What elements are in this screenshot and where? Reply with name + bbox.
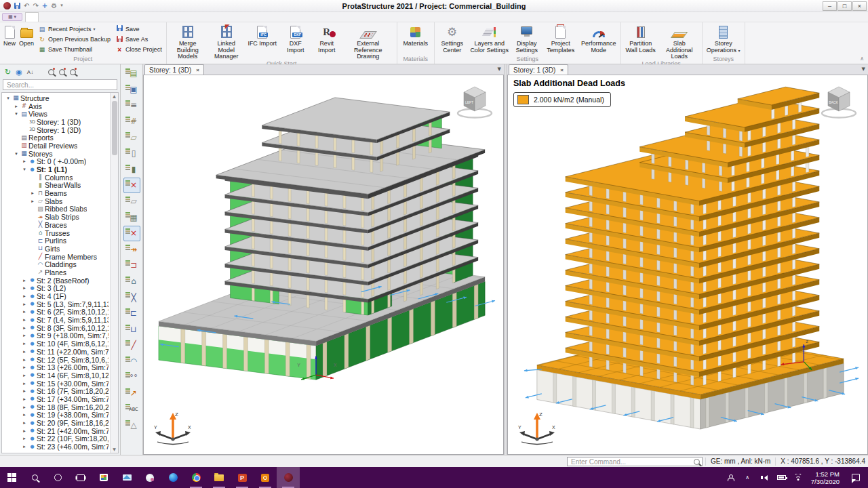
tab-close-icon[interactable]: × [560, 67, 564, 73]
layers-color-tool[interactable]: ▤ [123, 66, 140, 81]
tab-close-icon[interactable]: × [196, 67, 199, 73]
tree-item[interactable]: ▤ Reports [3, 134, 108, 142]
command-input[interactable] [570, 458, 694, 466]
new-button[interactable]: New [2, 23, 17, 56]
brace-tool[interactable]: ╳ [123, 289, 140, 305]
beam-strip-tool[interactable]: ⊐ [123, 258, 140, 273]
save-as-button[interactable]: Save As [115, 35, 162, 44]
tree-item[interactable]: ▸ ● St: 3 (L2) [3, 285, 108, 293]
cladding-tool[interactable]: ◠ [123, 354, 140, 369]
tree-arrow[interactable]: ▸ [21, 333, 28, 338]
list-view-tool[interactable]: ≡ [123, 98, 140, 113]
frame-member-tool[interactable]: ╱ [123, 338, 140, 353]
girt-tool[interactable]: ⊔ [123, 322, 140, 338]
tree-item[interactable]: ▾ ▦ Storeys [3, 150, 108, 158]
tree-arrow[interactable]: ▸ [21, 396, 28, 402]
settings-center-button[interactable]: ⚙ Settings Center [437, 23, 468, 56]
snip-button[interactable] [254, 467, 277, 488]
tree-item[interactable]: ▸ ● St: 0 ( +-0.00m) [3, 158, 108, 166]
tree-item[interactable]: 3D Storey: 1 (3D) [3, 118, 108, 126]
revit-import-button[interactable]: R Revit Import [313, 23, 341, 60]
tree-item[interactable]: ∥ Columns [3, 174, 108, 182]
tree-item[interactable]: ▸ ● St: 15 (+30.00m, Sim:7,9,11,1... [3, 380, 108, 388]
tree-item[interactable]: ▸ # Axis [3, 102, 108, 110]
tree-arrow[interactable]: ▸ [29, 190, 36, 196]
command-search-icon[interactable] [694, 459, 700, 465]
tree-item[interactable]: ╳ Braces [3, 221, 108, 229]
start-button[interactable] [0, 467, 23, 488]
tab-list-dropdown-icon[interactable]: ▼ [862, 66, 865, 72]
tree-arrow[interactable]: ▸ [21, 159, 28, 164]
tree-item[interactable]: ▮ ShearWalls [3, 182, 108, 190]
tree-item[interactable]: ▸ ● St: 4 (1F) [3, 292, 108, 300]
tree-arrow[interactable]: ▸ [21, 302, 28, 307]
save-button[interactable]: Save [115, 24, 162, 33]
tree-arrow[interactable]: ▾ [13, 151, 20, 157]
taskbar-clock[interactable]: 1:52 PM 7/30/2020 [807, 470, 844, 485]
battery-button[interactable] [773, 467, 790, 488]
ribbon-tab[interactable] [87, 12, 100, 22]
tab-list-dropdown-icon[interactable]: ▼ [498, 66, 501, 72]
refresh-icon[interactable]: ↻ [5, 68, 11, 76]
tree-arrow[interactable]: ▸ [21, 436, 28, 441]
tree-item[interactable]: ▸ ▱ Slabs [3, 197, 108, 205]
ribbon-tab[interactable] [39, 12, 51, 22]
tree-arrow[interactable]: ▸ [21, 325, 28, 331]
mail-button[interactable] [115, 467, 138, 488]
external-reference-drawing-button[interactable]: External Reference Drawing [342, 23, 395, 60]
project-templates-button[interactable]: Project Templates [543, 23, 578, 56]
volume-button[interactable] [756, 467, 773, 488]
tree-arrow[interactable]: ▸ [21, 317, 28, 323]
tree-arrow[interactable]: ▸ [21, 349, 28, 354]
left-3d-canvas[interactable]: YX LEFT Z Y [143, 75, 504, 455]
ribbon-tab[interactable] [75, 12, 87, 22]
chrome-button[interactable] [184, 467, 208, 488]
tree-arrow[interactable]: ▸ [21, 412, 28, 418]
right-viewport-tab[interactable]: Storey: 1 (3D) × [509, 64, 568, 75]
search-input[interactable] [3, 79, 117, 90]
ribbon-tab[interactable] [136, 12, 149, 22]
tree-arrow[interactable]: ▸ [21, 309, 28, 314]
tree-arrow[interactable]: ▸ [21, 365, 28, 370]
tree-arrow[interactable]: ▸ [21, 405, 28, 410]
tree-item[interactable]: ▸ ● St: 14 (6F, Sim:8,10,12,6) [3, 371, 108, 380]
tree-item[interactable]: ↗ Planes [3, 268, 108, 277]
ribbon-tab[interactable] [100, 12, 112, 22]
slab-strip-tool[interactable]: ↠ [123, 242, 140, 258]
wall-delete-tool[interactable]: × [123, 178, 140, 193]
save-thumbnail-button[interactable]: ▦ Save Thumbnail [38, 45, 111, 54]
tree-arrow[interactable]: ▾ [5, 96, 12, 101]
tree-arrow[interactable]: ▸ [21, 381, 28, 386]
redo-icon[interactable]: ↷ [33, 3, 38, 9]
nodes-tool[interactable]: °° [123, 369, 140, 385]
tree-item[interactable]: ▸ ⊓ Beams [3, 189, 108, 197]
tree-item[interactable]: ↠ Slab Strips [3, 213, 108, 221]
tree-item[interactable]: ▸ ● St: 6 (2F, Sim:8,10,12,14) [3, 308, 108, 317]
tree-scrollbar[interactable]: ▲ ▼ [110, 93, 118, 453]
paint3d-button[interactable] [138, 467, 161, 488]
ribbed-slab-tool[interactable]: ▦ [123, 209, 140, 225]
tree-item[interactable]: ▸ ● St: 18 (8F, Sim:16,20,22,24,26... [3, 403, 108, 411]
navigation-cube[interactable]: LEFT [455, 84, 494, 119]
command-bar[interactable] [567, 457, 703, 466]
purlin-tool[interactable]: ⊏ [123, 306, 140, 321]
tree-item[interactable]: ▸ ● St: 7 (L4, Sim:5,9,11,13,15,17,... [3, 316, 108, 324]
protastructure-taskbar-button[interactable] [277, 467, 300, 488]
slab-edit-tool[interactable]: ▱ [123, 129, 140, 145]
tree-item[interactable]: ▸ ● St: 10 (4F, Sim:8,6,12,14) [3, 340, 108, 348]
tree-item[interactable]: ▸ ● St: 8 (3F, Sim:6,10,12,14) [3, 324, 108, 332]
tree-item[interactable]: ▾ ● St: 1 (L1) [3, 165, 108, 174]
ribbon-collapse-icon[interactable]: ∧ [860, 56, 864, 62]
right-3d-canvas[interactable]: Slab Additional Dead Loads 2.000 kN/m2 (… [507, 75, 868, 455]
tree-item[interactable]: ▸ ● St: 20 (9F, Sim:18,16,22,24,26... [3, 419, 108, 427]
slab-tool[interactable]: ▱ [123, 194, 140, 209]
slab-delete-tool[interactable]: × [123, 226, 140, 241]
materials-button[interactable]: Materials [399, 23, 432, 56]
tree-item[interactable]: ▾ ▤ Views [3, 110, 108, 118]
wall-insert-tool[interactable]: ▮ [123, 162, 140, 178]
storey-operations-button[interactable]: Storey Operations ▾ [705, 23, 743, 56]
truss-tool[interactable]: ⌂ [123, 274, 140, 289]
tree-arrow[interactable]: ▸ [21, 428, 28, 434]
tree-item[interactable]: ▸ ● St: 17 (+34.00m, Sim:7,9,11,1... [3, 395, 108, 403]
tree-item[interactable]: ▸ ● St: 13 (+26.00m, Sim:7,9,11,5,... [3, 363, 108, 371]
